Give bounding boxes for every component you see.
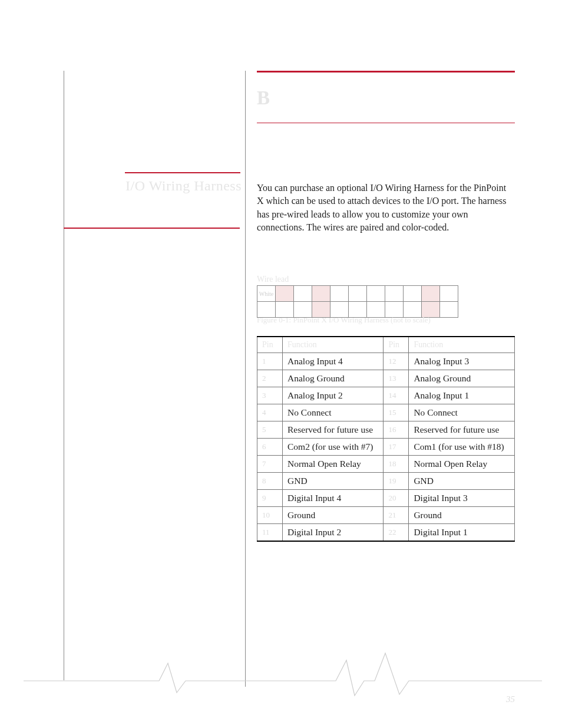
table-row: 10Ground21Ground xyxy=(257,507,515,524)
table-row: 6Com2 (for use with #7)17Com1 (for use w… xyxy=(257,439,515,456)
col-header: Pin xyxy=(384,337,409,353)
pin-function: Digital Input 2 xyxy=(283,524,384,542)
wire-cell xyxy=(404,286,422,302)
chapter-letter: B xyxy=(257,87,515,109)
pin-number: 6 xyxy=(257,439,283,456)
col-header: Function xyxy=(409,337,515,353)
col-header: Pin xyxy=(257,337,283,353)
pin-number: 7 xyxy=(257,456,283,473)
page-number: 35 xyxy=(257,694,515,704)
rule-vertical-mid xyxy=(245,71,246,687)
pin-function: Com2 (for use with #7) xyxy=(283,439,384,456)
wire-cell xyxy=(367,286,385,302)
wire-cell xyxy=(385,286,404,302)
rule-appendix-red xyxy=(257,123,515,123)
page: B I/O Wiring Harness You can purchase an… xyxy=(0,0,562,728)
table-row: 5Reserved for future use16Reserved for f… xyxy=(257,421,515,439)
footer-pulse-divider xyxy=(24,648,542,701)
pin-function: Digital Input 4 xyxy=(283,490,384,507)
wire-cell xyxy=(440,302,458,318)
rule-sidebar-red-long xyxy=(64,228,240,229)
pin-number: 2 xyxy=(257,370,283,387)
rule-sidebar-red-short xyxy=(125,172,240,173)
pinout-wrap: Pin Function Pin Function 1Analog Input … xyxy=(257,336,515,542)
pin-number: 4 xyxy=(257,404,283,421)
wire-caption: Wire lead xyxy=(257,275,498,284)
wire-cell xyxy=(349,286,367,302)
table-row: 11Digital Input 222Digital Input 1 xyxy=(257,524,515,542)
pin-number: 14 xyxy=(384,387,409,404)
rule-top-red xyxy=(257,71,515,73)
table-row: 1Analog Input 412Analog Input 3 xyxy=(257,353,515,370)
pin-function: Reserved for future use xyxy=(409,421,515,439)
pin-number: 10 xyxy=(257,507,283,524)
table-row: 2Analog Ground13Analog Ground xyxy=(257,370,515,387)
pin-number: 20 xyxy=(384,490,409,507)
pin-function: GND xyxy=(409,473,515,490)
wire-cell xyxy=(330,286,349,302)
wire-cell: White xyxy=(257,286,276,302)
pinout-table: Pin Function Pin Function 1Analog Input … xyxy=(257,336,515,542)
pin-number: 9 xyxy=(257,490,283,507)
sidebar-title: I/O Wiring Harness xyxy=(71,178,242,194)
pin-function: Ground xyxy=(409,507,515,524)
pin-function: Digital Input 1 xyxy=(409,524,515,542)
pin-number: 3 xyxy=(257,387,283,404)
wire-cell xyxy=(440,286,458,302)
table-row: 8GND19GND xyxy=(257,473,515,490)
rule-vertical-left xyxy=(64,71,64,680)
pin-function: Normal Open Relay xyxy=(409,456,515,473)
wire-cell xyxy=(294,286,312,302)
pin-number: 11 xyxy=(257,524,283,542)
col-header: Function xyxy=(283,337,384,353)
pin-number: 12 xyxy=(384,353,409,370)
body-paragraph: You can purchase an optional I/O Wiring … xyxy=(257,182,515,235)
pin-number: 5 xyxy=(257,421,283,439)
pin-function: Com1 (for use with #18) xyxy=(409,439,515,456)
pin-number: 21 xyxy=(384,507,409,524)
pin-function: No Connect xyxy=(283,404,384,421)
pin-number: 16 xyxy=(384,421,409,439)
wire-cell xyxy=(422,286,440,302)
pin-number: 8 xyxy=(257,473,283,490)
pin-function: Analog Input 3 xyxy=(409,353,515,370)
wire-diagram: Wire lead White xyxy=(257,275,498,318)
pin-number: 13 xyxy=(384,370,409,387)
wire-cell xyxy=(312,286,330,302)
pin-number: 1 xyxy=(257,353,283,370)
pin-function: Analog Ground xyxy=(409,370,515,387)
table-row: 4No Connect15No Connect xyxy=(257,404,515,421)
wire-row: White xyxy=(257,286,458,302)
pin-function: Reserved for future use xyxy=(283,421,384,439)
pin-function: Analog Input 2 xyxy=(283,387,384,404)
pin-function: Analog Input 1 xyxy=(409,387,515,404)
pin-function: Ground xyxy=(283,507,384,524)
figure-caption: Figure 0-1: PinPoint X I/O Wiring Harnes… xyxy=(257,315,431,325)
table-row: 3Analog Input 214Analog Input 1 xyxy=(257,387,515,404)
pin-number: 17 xyxy=(384,439,409,456)
table-row: 9Digital Input 420Digital Input 3 xyxy=(257,490,515,507)
wire-color-table: White xyxy=(257,285,458,318)
pin-function: No Connect xyxy=(409,404,515,421)
pin-number: 19 xyxy=(384,473,409,490)
pin-function: Analog Input 4 xyxy=(283,353,384,370)
pin-function: Digital Input 3 xyxy=(409,490,515,507)
pin-number: 18 xyxy=(384,456,409,473)
pin-function: Normal Open Relay xyxy=(283,456,384,473)
wire-cell xyxy=(276,286,294,302)
table-header-row: Pin Function Pin Function xyxy=(257,337,515,353)
pin-function: Analog Ground xyxy=(283,370,384,387)
pin-number: 22 xyxy=(384,524,409,542)
table-row: 7Normal Open Relay18Normal Open Relay xyxy=(257,456,515,473)
pin-function: GND xyxy=(283,473,384,490)
pin-number: 15 xyxy=(384,404,409,421)
